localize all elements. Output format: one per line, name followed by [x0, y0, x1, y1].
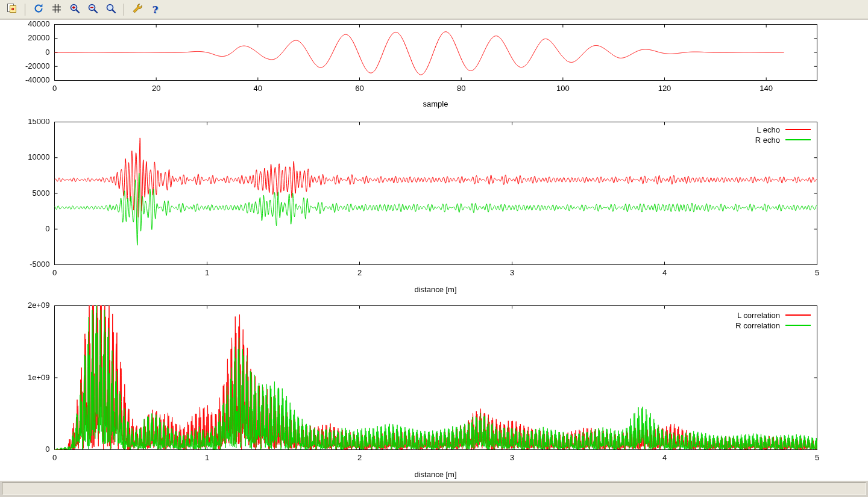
status-field	[2, 483, 866, 495]
echo-plot-canvas[interactable]	[0, 119, 868, 298]
refresh-icon	[33, 2, 45, 16]
grid-icon	[51, 2, 63, 16]
wrench-icon	[131, 2, 143, 16]
configure-button[interactable]	[129, 2, 145, 17]
legend-line-sample	[785, 325, 811, 326]
zoom-in-icon	[69, 2, 81, 16]
legend-label: L echo	[756, 125, 780, 134]
legend-entry-r-correlation: R correlation	[735, 321, 811, 330]
zoom-reset-button[interactable]	[102, 2, 119, 17]
zoom-in-button[interactable]	[66, 2, 83, 17]
legend-entry-l-echo: L echo	[755, 125, 811, 134]
chart-correlation: L correlation R correlation distance [m]	[0, 298, 868, 481]
help-icon: ?	[153, 4, 159, 16]
waveform-x-axis-label: sample	[54, 99, 817, 108]
legend-entry-r-echo: R echo	[755, 136, 811, 144]
zoom-reset-icon	[105, 2, 117, 16]
plot-region: sample L echo R echo distance [m] L corr	[0, 20, 868, 481]
status-bar	[0, 481, 868, 497]
gnuplot-window: ? sample L echo R echo distance [m]	[0, 0, 868, 497]
correlation-legend: L correlation R correlation	[735, 311, 811, 330]
zoom-out-button[interactable]	[84, 2, 101, 17]
toolbar-separator	[25, 4, 25, 16]
echo-x-axis-label: distance [m]	[54, 285, 817, 294]
legend-label: R correlation	[735, 321, 780, 330]
correlation-x-axis-label: distance [m]	[54, 470, 817, 479]
zoom-out-icon	[87, 2, 99, 16]
toggle-grid-button[interactable]	[48, 2, 64, 17]
legend-label: R echo	[755, 136, 780, 145]
replot-button[interactable]	[30, 2, 46, 17]
toolbar-separator	[124, 4, 124, 16]
legend-line-sample	[785, 314, 811, 316]
export-image-button[interactable]	[4, 2, 20, 17]
export-image-icon	[6, 2, 18, 16]
legend-label: L correlation	[737, 311, 780, 320]
chart-waveform: sample	[0, 20, 868, 119]
echo-legend: L echo R echo	[755, 125, 811, 144]
chart-echo: L echo R echo distance [m]	[0, 119, 868, 298]
toolbar: ?	[0, 0, 868, 19]
legend-line-sample	[785, 139, 811, 140]
help-button[interactable]: ?	[147, 2, 163, 17]
legend-entry-l-correlation: L correlation	[735, 311, 811, 319]
legend-line-sample	[785, 129, 811, 130]
